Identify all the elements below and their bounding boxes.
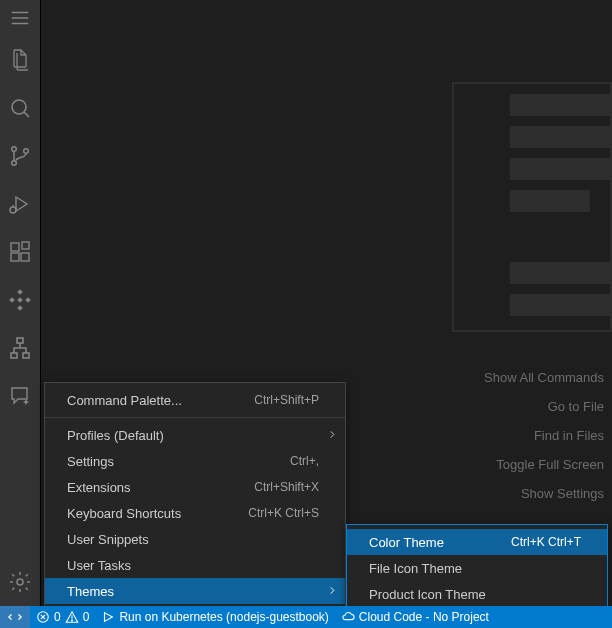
error-count: 0 bbox=[54, 610, 61, 624]
welcome-shortcut-list: Show All Commands Go to File Find in Fil… bbox=[484, 370, 604, 501]
status-cloud-label: Cloud Code - No Project bbox=[359, 610, 489, 624]
submenu-item-color-theme[interactable]: Color Theme Ctrl+K Ctrl+T bbox=[347, 529, 607, 555]
menu-separator bbox=[45, 417, 345, 418]
warning-triangle-icon bbox=[65, 610, 79, 624]
chevron-right-icon bbox=[327, 584, 337, 599]
svg-rect-18 bbox=[17, 305, 23, 311]
menu-item-label: Profiles (Default) bbox=[67, 428, 319, 443]
welcome-shortcut-label: Go to File bbox=[484, 399, 604, 414]
chat-sparkle-icon bbox=[8, 384, 32, 408]
menu-item-themes[interactable]: Themes bbox=[45, 578, 345, 604]
tree-icon bbox=[8, 336, 32, 360]
svg-point-24 bbox=[17, 579, 23, 585]
menu-item-label: Settings bbox=[67, 454, 290, 469]
svg-rect-13 bbox=[11, 253, 19, 261]
menu-item-command-palette[interactable]: Command Palette... Ctrl+Shift+P bbox=[45, 387, 345, 413]
menu-item-label: User Snippets bbox=[67, 532, 319, 547]
editor-watermark bbox=[452, 82, 612, 332]
menu-item-label: User Tasks bbox=[67, 558, 319, 573]
run-debug-icon bbox=[8, 192, 32, 216]
welcome-shortcut-label: Show All Commands bbox=[484, 370, 604, 385]
submenu-item-product-icon-theme[interactable]: Product Icon Theme bbox=[347, 581, 607, 607]
error-circle-icon bbox=[36, 610, 50, 624]
status-run-label: Run on Kubernetes (nodejs-guestbook) bbox=[119, 610, 328, 624]
svg-line-4 bbox=[24, 112, 29, 117]
search-icon bbox=[8, 96, 32, 120]
svg-rect-12 bbox=[11, 243, 19, 251]
svg-point-29 bbox=[71, 620, 72, 621]
menu-item-label: Product Icon Theme bbox=[369, 587, 581, 602]
extensions-button[interactable] bbox=[0, 228, 40, 276]
svg-rect-15 bbox=[22, 242, 29, 249]
remote-indicator[interactable] bbox=[0, 606, 30, 628]
manage-gear-button[interactable] bbox=[0, 558, 40, 606]
svg-point-5 bbox=[12, 147, 17, 152]
menu-item-user-snippets[interactable]: User Snippets bbox=[45, 526, 345, 552]
menu-item-shortcut: Ctrl+K Ctrl+S bbox=[248, 506, 319, 520]
cloud-icon bbox=[341, 610, 355, 624]
chevron-right-icon bbox=[327, 428, 337, 443]
svg-rect-22 bbox=[11, 353, 17, 358]
kubernetes-button[interactable] bbox=[0, 324, 40, 372]
status-run-kubernetes[interactable]: Run on Kubernetes (nodejs-guestbook) bbox=[95, 606, 334, 628]
extensions-icon bbox=[8, 240, 32, 264]
assist-button[interactable] bbox=[0, 372, 40, 420]
menu-item-shortcut: Ctrl+Shift+X bbox=[254, 480, 319, 494]
status-problems[interactable]: 0 0 bbox=[30, 606, 95, 628]
menu-item-settings[interactable]: Settings Ctrl+, bbox=[45, 448, 345, 474]
svg-rect-20 bbox=[25, 297, 31, 303]
svg-rect-16 bbox=[17, 289, 23, 295]
manage-context-menu: Command Palette... Ctrl+Shift+P Profiles… bbox=[44, 382, 346, 609]
welcome-shortcut-label: Toggle Full Screen bbox=[484, 457, 604, 472]
menu-item-label: Themes bbox=[67, 584, 319, 599]
activity-bar bbox=[0, 0, 40, 606]
search-button[interactable] bbox=[0, 84, 40, 132]
diamond-grid-icon bbox=[8, 288, 32, 312]
svg-rect-19 bbox=[9, 297, 15, 303]
welcome-shortcut-label: Show Settings bbox=[484, 486, 604, 501]
branch-icon bbox=[8, 144, 32, 168]
svg-rect-17 bbox=[17, 297, 23, 303]
svg-point-6 bbox=[12, 161, 17, 166]
menu-item-shortcut: Ctrl+, bbox=[290, 454, 319, 468]
debug-start-icon bbox=[101, 610, 115, 624]
app-menu-button[interactable] bbox=[0, 0, 40, 36]
svg-point-3 bbox=[12, 100, 26, 114]
svg-rect-14 bbox=[21, 253, 29, 261]
svg-rect-21 bbox=[17, 338, 23, 343]
menu-item-extensions[interactable]: Extensions Ctrl+Shift+X bbox=[45, 474, 345, 500]
gear-icon bbox=[8, 570, 32, 594]
submenu-item-file-icon-theme[interactable]: File Icon Theme bbox=[347, 555, 607, 581]
menu-item-user-tasks[interactable]: User Tasks bbox=[45, 552, 345, 578]
remote-icon bbox=[8, 610, 22, 624]
warning-count: 0 bbox=[83, 610, 90, 624]
menu-item-label: Color Theme bbox=[369, 535, 511, 550]
menu-item-keyboard-shortcuts[interactable]: Keyboard Shortcuts Ctrl+K Ctrl+S bbox=[45, 500, 345, 526]
menu-item-label: Keyboard Shortcuts bbox=[67, 506, 248, 521]
svg-rect-23 bbox=[23, 353, 29, 358]
menu-item-label: File Icon Theme bbox=[369, 561, 581, 576]
themes-submenu: Color Theme Ctrl+K Ctrl+T File Icon Them… bbox=[346, 524, 608, 612]
cloud-code-button[interactable] bbox=[0, 276, 40, 324]
status-cloud-code[interactable]: Cloud Code - No Project bbox=[335, 606, 495, 628]
explorer-button[interactable] bbox=[0, 36, 40, 84]
menu-icon bbox=[9, 7, 31, 29]
status-bar: 0 0 Run on Kubernetes (nodejs-guestbook)… bbox=[0, 606, 612, 628]
menu-item-label: Extensions bbox=[67, 480, 254, 495]
svg-point-7 bbox=[24, 149, 29, 154]
menu-item-shortcut: Ctrl+K Ctrl+T bbox=[511, 535, 581, 549]
menu-item-profiles[interactable]: Profiles (Default) bbox=[45, 422, 345, 448]
source-control-button[interactable] bbox=[0, 132, 40, 180]
menu-item-label: Command Palette... bbox=[67, 393, 254, 408]
welcome-shortcut-label: Find in Files bbox=[484, 428, 604, 443]
menu-item-shortcut: Ctrl+Shift+P bbox=[254, 393, 319, 407]
run-debug-button[interactable] bbox=[0, 180, 40, 228]
files-icon bbox=[8, 48, 32, 72]
